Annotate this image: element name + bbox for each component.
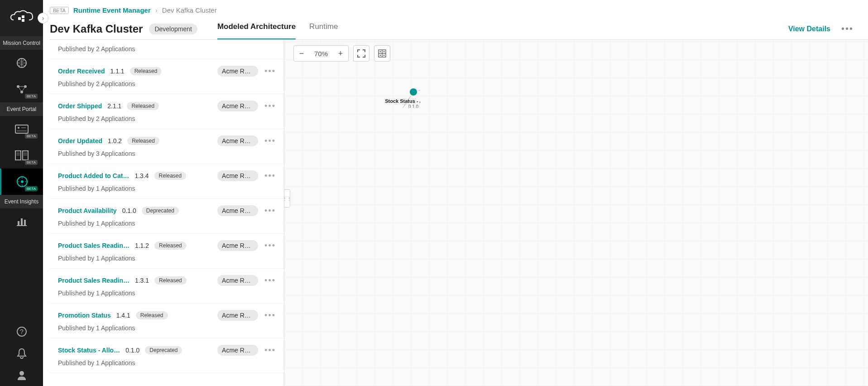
- svg-point-20: [384, 51, 385, 53]
- event-name-link[interactable]: Product Availability: [58, 207, 117, 214]
- event-name-link[interactable]: Order Received: [58, 68, 105, 75]
- event-row[interactable]: Published by 2 Applications: [50, 40, 284, 59]
- event-published-by: Published by 1 Applications: [58, 290, 276, 297]
- grid-icon: [378, 49, 386, 58]
- event-version: 2.1.1: [107, 102, 121, 110]
- event-row[interactable]: Order Shipped 2.1.1 Released Acme Ret… •…: [50, 94, 284, 129]
- svg-rect-9: [15, 151, 21, 160]
- graph-event-node[interactable]: Stock Status - Allocated0.1.0: [385, 88, 420, 108]
- event-name-link[interactable]: Product Sales Readin…: [58, 242, 129, 249]
- svg-rect-7: [15, 125, 28, 133]
- event-row-more-button[interactable]: •••: [264, 67, 276, 76]
- event-row-more-button[interactable]: •••: [264, 276, 276, 285]
- event-row-more-button[interactable]: •••: [264, 241, 276, 251]
- svg-point-18: [19, 371, 24, 376]
- event-published-by: Published by 1 Applications: [58, 255, 276, 262]
- event-name-link[interactable]: Stock Status - Allo…: [58, 347, 120, 354]
- event-domain-pill[interactable]: Acme Ret…: [217, 135, 258, 146]
- event-name-link[interactable]: Product Added to Cat…: [58, 172, 129, 179]
- title-row: Dev Kafka Cluster Development Modeled Ar…: [50, 16, 868, 40]
- beta-badge: BETA: [25, 94, 38, 99]
- event-row-more-button[interactable]: •••: [264, 346, 276, 355]
- nav-profile[interactable]: [0, 364, 43, 386]
- event-published-by: Published by 1 Applications: [58, 359, 276, 367]
- page-title: Dev Kafka Cluster: [50, 23, 143, 35]
- event-domain-pill[interactable]: Acme Ret…: [217, 310, 258, 321]
- user-icon: [17, 370, 27, 380]
- event-domain-pill[interactable]: Acme Ret…: [217, 275, 258, 286]
- event-name-link[interactable]: Product Sales Readin…: [58, 277, 129, 284]
- event-version: 0.1.0: [125, 347, 139, 354]
- splitter-handle[interactable]: ⋮⋮: [284, 189, 290, 207]
- event-status-pill: Released: [130, 67, 162, 75]
- svg-point-19: [380, 51, 381, 53]
- event-domain-pill[interactable]: Acme Ret…: [217, 240, 258, 251]
- nav-item-mesh-manager[interactable]: BETA: [0, 76, 43, 102]
- event-row-more-button[interactable]: •••: [264, 101, 276, 111]
- event-row[interactable]: Order Updated 1.0.2 Released Acme Ret… •…: [50, 129, 284, 164]
- event-published-by: Published by 1 Applications: [58, 324, 276, 332]
- bell-icon: [17, 348, 27, 359]
- event-row[interactable]: Product Added to Cat… 1.3.4 Released Acm…: [50, 164, 284, 199]
- event-name-link[interactable]: Order Updated: [58, 137, 102, 145]
- svg-point-22: [384, 55, 385, 56]
- event-name-link[interactable]: Promotion Status: [58, 312, 111, 319]
- event-version: 1.3.1: [135, 277, 149, 284]
- nav-item-insights[interactable]: [0, 208, 43, 235]
- tab-modeled-architecture[interactable]: Modeled Architecture: [217, 18, 296, 40]
- graph-pane[interactable]: − 70% + Order Management System2.1.0Lega…: [284, 40, 868, 386]
- event-domain-pill[interactable]: Acme Ret…: [217, 205, 258, 216]
- grid-toggle-button[interactable]: [374, 45, 390, 62]
- event-list[interactable]: Published by 2 Applications Order Receiv…: [50, 40, 284, 386]
- nav-item-cluster-manager[interactable]: [0, 50, 43, 76]
- nav-expand-toggle[interactable]: ›: [38, 13, 48, 24]
- nav-notifications[interactable]: [0, 343, 43, 364]
- beta-badge: BETA: [25, 160, 38, 165]
- event-version: 1.0.2: [108, 137, 122, 145]
- event-domain-pill[interactable]: Acme Ret…: [217, 170, 258, 181]
- event-domain-pill[interactable]: Acme Ret…: [217, 66, 258, 77]
- help-icon: ?: [16, 326, 27, 337]
- nav-item-designer[interactable]: BETA: [0, 116, 43, 142]
- event-row-more-button[interactable]: •••: [264, 206, 276, 216]
- tabs: Modeled Architecture Runtime: [217, 18, 338, 40]
- fit-to-screen-button[interactable]: [353, 45, 369, 62]
- svg-point-21: [380, 55, 381, 56]
- zoom-out-button[interactable]: −: [294, 46, 309, 61]
- event-row-more-button[interactable]: •••: [264, 311, 276, 320]
- nav-logo: ›: [0, 0, 43, 36]
- svg-point-8: [18, 127, 19, 129]
- header-more-button[interactable]: •••: [838, 24, 857, 34]
- beta-badge: BETA: [25, 186, 38, 191]
- event-row[interactable]: Product Sales Readin… 1.3.1 Released Acm…: [50, 269, 284, 304]
- event-row[interactable]: Stock Status - Allo… 0.1.0 Deprecated Ac…: [50, 338, 284, 373]
- event-row[interactable]: Order Received 1.1.1 Released Acme Ret… …: [50, 59, 284, 94]
- event-domain-pill[interactable]: Acme Ret…: [217, 101, 258, 111]
- event-name-link[interactable]: Order Shipped: [58, 102, 102, 110]
- event-published-by: Published by 2 Applications: [58, 80, 276, 87]
- fullscreen-icon: [357, 49, 365, 58]
- nav-section-portal: Event Portal: [0, 102, 43, 116]
- nav-item-catalog[interactable]: BETA: [0, 142, 43, 169]
- nav-section-mission: Mission Control: [0, 36, 43, 50]
- event-row-more-button[interactable]: •••: [264, 171, 276, 181]
- breadcrumb-root[interactable]: Runtime Event Manager: [73, 6, 151, 14]
- event-row[interactable]: Product Sales Readin… 1.1.2 Released Acm…: [50, 234, 284, 269]
- event-domain-pill[interactable]: Acme Ret…: [217, 345, 258, 356]
- svg-rect-1: [22, 15, 24, 18]
- nav-item-runtime-event-manager[interactable]: BETA: [0, 169, 43, 195]
- environment-chip: Development: [149, 24, 197, 34]
- svg-rect-15: [24, 220, 26, 226]
- page-header: BETA Runtime Event Manager › Dev Kafka C…: [50, 0, 868, 40]
- event-row[interactable]: Promotion Status 1.4.1 Released Acme Ret…: [50, 304, 284, 338]
- event-row[interactable]: Product Availability 0.1.0 Deprecated Ac…: [50, 199, 284, 234]
- event-status-pill: Released: [154, 276, 187, 285]
- catalog-icon: [15, 150, 29, 160]
- view-details-link[interactable]: View Details: [788, 25, 830, 33]
- nav-help[interactable]: ?: [0, 321, 43, 343]
- event-row-more-button[interactable]: •••: [264, 136, 276, 146]
- event-status-pill: Deprecated: [142, 207, 179, 215]
- zoom-in-button[interactable]: +: [333, 46, 348, 61]
- zoom-value: 70%: [309, 50, 333, 58]
- tab-runtime[interactable]: Runtime: [309, 18, 338, 40]
